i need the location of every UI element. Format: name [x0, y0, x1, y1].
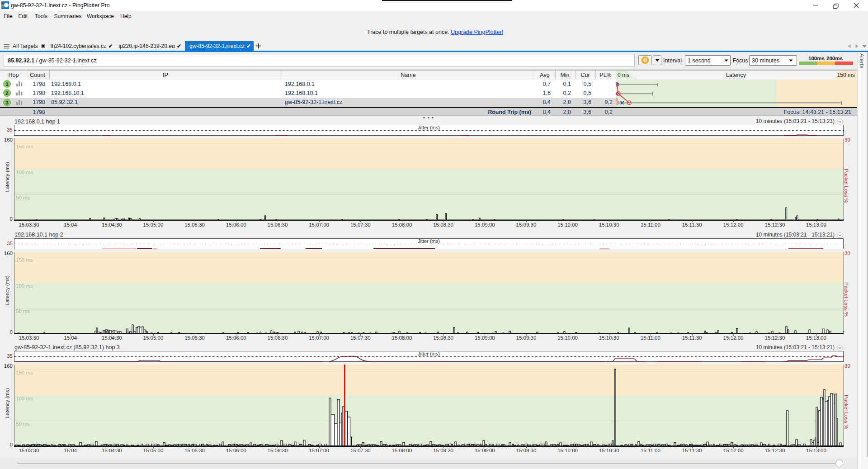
svg-text:2: 2: [5, 90, 8, 96]
svg-text:1: 1: [5, 81, 9, 87]
svg-text:3: 3: [5, 99, 8, 105]
